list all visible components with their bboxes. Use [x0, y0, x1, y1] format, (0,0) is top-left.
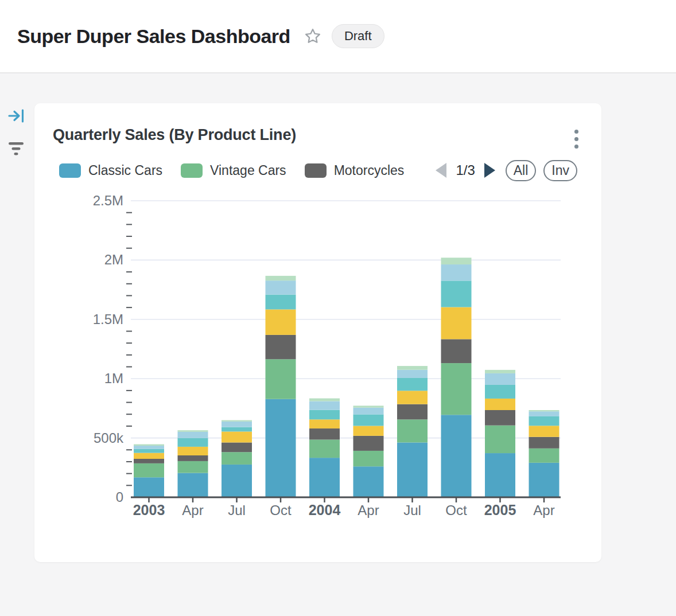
star-icon	[304, 28, 321, 45]
bar-segment[interactable]	[222, 422, 252, 427]
x-axis-category-label: Jul	[403, 502, 421, 518]
bar-segment[interactable]	[309, 458, 340, 497]
bar-segment[interactable]	[529, 410, 560, 411]
arrow-to-bar-icon	[8, 108, 25, 124]
y-axis-tick-label: 2.5M	[93, 193, 123, 208]
select-all-series-button[interactable]: All	[506, 160, 537, 181]
pager-next-button[interactable]	[484, 163, 495, 178]
bar-segment[interactable]	[397, 442, 428, 497]
bar-segment[interactable]	[178, 455, 208, 461]
kebab-menu-icon	[574, 130, 578, 149]
bar-segment[interactable]	[397, 366, 428, 370]
bar-segment[interactable]	[353, 408, 384, 415]
bar-segment[interactable]	[353, 406, 384, 407]
bar-segment[interactable]	[353, 451, 384, 466]
bar-segment[interactable]	[397, 404, 428, 420]
bar-segment[interactable]	[134, 453, 164, 459]
bar-segment[interactable]	[266, 276, 296, 280]
bar-segment[interactable]	[441, 280, 472, 307]
bar-segment[interactable]	[222, 442, 252, 452]
bar-segment[interactable]	[309, 399, 340, 401]
pager-page-indicator: 1/3	[456, 162, 475, 178]
bar-segment[interactable]	[397, 370, 428, 378]
bar-segment[interactable]	[266, 359, 296, 399]
bar-segment[interactable]	[178, 432, 208, 438]
legend-label: Motorcycles	[334, 163, 405, 178]
x-axis-category-label: Apr	[533, 502, 554, 518]
bar-segment[interactable]	[309, 439, 340, 458]
bar-segment[interactable]	[134, 463, 164, 477]
pager-prev-button[interactable]	[436, 163, 446, 178]
bar-segment[interactable]	[266, 309, 296, 334]
bar-segment[interactable]	[178, 430, 208, 432]
bar-segment[interactable]	[266, 280, 296, 294]
bar-segment[interactable]	[353, 436, 384, 451]
bar-segment[interactable]	[309, 428, 340, 439]
bar-segment[interactable]	[397, 391, 428, 404]
chart-legend: Classic Cars Vintage Cars Motorcycles 1/…	[59, 158, 577, 182]
favorite-star-button[interactable]	[304, 28, 321, 45]
legend-item-classic-cars[interactable]: Classic Cars	[59, 163, 162, 178]
filter-button[interactable]	[8, 141, 24, 158]
bar-segment[interactable]	[222, 431, 252, 442]
bar-segment[interactable]	[266, 399, 296, 497]
bar-segment[interactable]	[397, 419, 428, 442]
bar-segment[interactable]	[441, 339, 472, 363]
legend-item-motorcycles[interactable]: Motorcycles	[305, 163, 405, 178]
x-axis-category-label: Oct	[445, 502, 467, 518]
collapse-panel-button[interactable]	[8, 108, 25, 126]
bar-segment[interactable]	[441, 258, 472, 264]
bar-segment[interactable]	[353, 414, 384, 426]
legend-item-vintage-cars[interactable]: Vintage Cars	[181, 163, 286, 178]
bar-segment[interactable]	[222, 452, 252, 465]
bar-segment[interactable]	[134, 446, 164, 449]
card-menu-button[interactable]	[572, 127, 581, 151]
bar-segment[interactable]	[309, 419, 340, 428]
bar-segment[interactable]	[529, 449, 560, 463]
bar-segment[interactable]	[353, 426, 384, 436]
bar-segment[interactable]	[529, 411, 560, 416]
bar-segment[interactable]	[134, 449, 164, 453]
bar-segment[interactable]	[529, 463, 560, 497]
bar-segment[interactable]	[485, 373, 515, 385]
y-axis-tick-label: 0	[116, 489, 123, 505]
bar-segment[interactable]	[485, 453, 515, 497]
legend-label: Vintage Cars	[210, 163, 286, 178]
legend-swatch	[59, 163, 81, 178]
bar-segment[interactable]	[353, 466, 384, 497]
bar-segment[interactable]	[441, 264, 472, 280]
page-title: Super Duper Sales Dashboard	[17, 25, 290, 48]
chart-title: Quarterly Sales (By Product Line)	[53, 126, 296, 144]
bar-segment[interactable]	[441, 307, 472, 339]
quarterly-sales-stacked-bar-chart: 0500k1M1.5M2M2.5M2003AprJulOct2004AprJul…	[80, 189, 568, 539]
bar-segment[interactable]	[441, 363, 472, 415]
bar-segment[interactable]	[529, 426, 560, 436]
bar-segment[interactable]	[178, 438, 208, 447]
bar-segment[interactable]	[266, 295, 296, 310]
bar-segment[interactable]	[134, 445, 164, 446]
bar-segment[interactable]	[485, 399, 515, 410]
bar-segment[interactable]	[485, 370, 515, 373]
bar-segment[interactable]	[529, 416, 560, 426]
bar-segment[interactable]	[309, 401, 340, 410]
bar-segment[interactable]	[222, 420, 252, 422]
bar-segment[interactable]	[309, 410, 340, 420]
invert-series-button[interactable]: Inv	[543, 160, 577, 181]
bar-segment[interactable]	[178, 473, 208, 497]
x-axis-category-label: Oct	[270, 502, 292, 518]
bar-segment[interactable]	[485, 385, 515, 399]
bar-segment[interactable]	[485, 410, 515, 426]
y-axis-tick-label: 1.5M	[93, 311, 123, 327]
bar-segment[interactable]	[178, 447, 208, 455]
bar-segment[interactable]	[485, 426, 515, 453]
bar-segment[interactable]	[178, 461, 208, 473]
bar-segment[interactable]	[134, 459, 164, 463]
bar-segment[interactable]	[397, 378, 428, 391]
bar-segment[interactable]	[222, 465, 252, 497]
bar-segment[interactable]	[266, 335, 296, 359]
bar-segment[interactable]	[222, 427, 252, 432]
bar-segment[interactable]	[134, 477, 164, 497]
bar-segment[interactable]	[441, 415, 472, 497]
bar-segment[interactable]	[529, 437, 560, 449]
legend-label: Classic Cars	[88, 163, 162, 178]
